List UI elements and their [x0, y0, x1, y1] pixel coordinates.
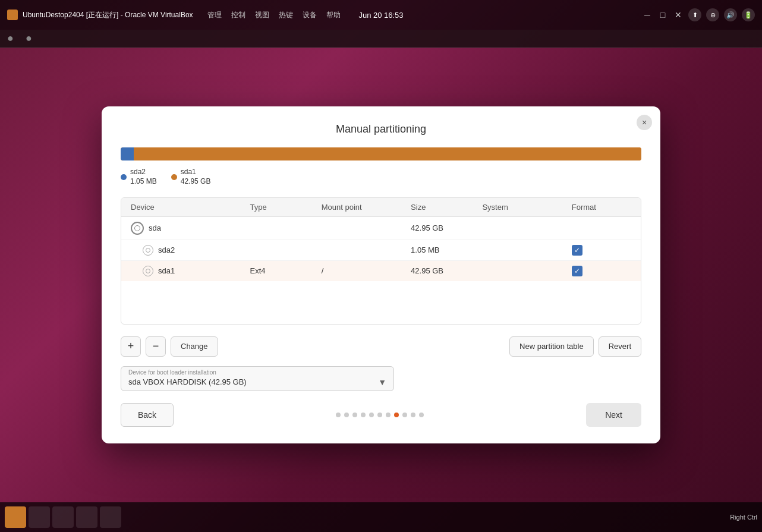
tray-icon-2: ⊕ [706, 8, 719, 21]
remove-button[interactable]: − [146, 336, 166, 357]
header-type: Type [250, 203, 321, 212]
page-dot-1 [336, 413, 341, 417]
taskbar-bottom: Right Ctrl [0, 502, 762, 532]
disk-labels: sda2 1.05 MB sda1 42.95 GB [121, 168, 641, 186]
table-body: sda 42.95 GB sda2 [121, 217, 641, 324]
dot-sda1 [171, 174, 177, 180]
device-cell-sda: sda [131, 222, 250, 235]
header-mount: Mount point [322, 203, 411, 212]
partition-bar [121, 147, 641, 160]
chevron-down-icon: ▼ [378, 377, 386, 387]
next-button[interactable]: Next [586, 403, 641, 427]
new-partition-table-button[interactable]: New partition table [509, 336, 594, 357]
menu-view[interactable]: 视图 [255, 10, 269, 20]
bottom-app-icon-3 [52, 506, 74, 528]
menu-help[interactable]: 帮助 [326, 10, 341, 20]
header-format: Format [572, 203, 631, 212]
format-checkbox-sda1[interactable]: ✓ [572, 266, 582, 276]
menu-dot: ● [7, 32, 14, 45]
header-size: Size [411, 203, 482, 212]
device-cell-sda1: sda1 [131, 266, 250, 276]
app-menu-bar: ● ● [0, 30, 762, 48]
menu-device[interactable]: 设备 [303, 10, 317, 20]
format-checkbox-sda2[interactable]: ✓ [572, 245, 582, 256]
header-device: Device [131, 203, 250, 212]
dialog-close-button[interactable]: × [637, 115, 652, 130]
taskbar-menu: 管理 控制 视图 热键 设备 帮助 [207, 10, 341, 20]
bottom-right-icons: Right Ctrl [730, 514, 757, 521]
sda2-size: 1.05 MB [130, 177, 157, 187]
sda1-name: sda1 [181, 168, 211, 177]
table-row[interactable]: sda2 1.05 MB ✓ [121, 240, 641, 261]
change-button[interactable]: Change [171, 336, 218, 357]
page-dot-4 [361, 413, 366, 417]
disk-icon-sda2 [143, 245, 153, 256]
clock: Jun 20 16:53 [358, 11, 403, 20]
add-button[interactable]: + [121, 336, 141, 357]
table-header: Device Type Mount point Size System Form… [121, 198, 641, 217]
disk-label-sda1: sda1 42.95 GB [171, 168, 211, 186]
page-dot-8 [394, 413, 399, 417]
bootloader-value: sda VBOX HARDDISK (42.95 GB) [128, 377, 247, 386]
header-system: System [482, 203, 571, 212]
partition-table: Device Type Mount point Size System Form… [121, 197, 641, 325]
tray-icon-4: 🔋 [742, 8, 755, 21]
disk-label-sda2: sda2 1.05 MB [121, 168, 157, 186]
disk-icon-sda [131, 222, 144, 235]
device-name-sda1: sda1 [158, 266, 175, 275]
bottom-app-icon-4 [76, 506, 97, 528]
dialog: × Manual partitioning sda2 1.05 MB sda1 … [102, 106, 660, 443]
minimize-button[interactable]: ─ [642, 10, 653, 20]
taskbar-right-icons: ─ □ ✕ ⬆ ⊕ 🔊 🔋 [642, 8, 755, 21]
format-sda2: ✓ [572, 245, 631, 256]
app-icon [7, 10, 18, 20]
pagination [336, 413, 424, 417]
menu-manage[interactable]: 管理 [207, 10, 222, 20]
dialog-title: Manual partitioning [121, 123, 641, 136]
table-row[interactable]: sda1 Ext4 / 42.95 GB ✓ [121, 261, 641, 281]
tray-icon-1: ⬆ [688, 8, 701, 21]
dot-sda2 [121, 174, 127, 180]
revert-button[interactable]: Revert [599, 336, 641, 357]
page-dot-10 [411, 413, 415, 417]
bottom-app-icon-5 [100, 506, 121, 528]
bottom-tray-text: Right Ctrl [730, 514, 757, 521]
tray-icon-3: 🔊 [724, 8, 737, 21]
page-dot-3 [352, 413, 357, 417]
device-name-sda: sda [149, 223, 161, 232]
page-dot-5 [369, 413, 374, 417]
back-button[interactable]: Back [121, 403, 174, 427]
device-name-sda2: sda2 [158, 245, 175, 254]
maximize-button[interactable]: □ [657, 10, 668, 20]
bootloader-select-wrapper[interactable]: Device for boot loader installation sda … [121, 366, 394, 391]
menu-control[interactable]: 控制 [231, 10, 245, 20]
size-sda: 42.95 GB [411, 223, 482, 232]
page-dot-9 [402, 413, 407, 417]
sda2-name: sda2 [130, 168, 157, 177]
taskbar-top: UbuntuDestop2404 [正在运行] - Oracle VM Virt… [0, 0, 762, 30]
menu-dot2: ● [26, 32, 32, 45]
close-button[interactable]: ✕ [673, 10, 684, 20]
bottom-toolbar: + − Change New partition table Revert [121, 336, 641, 357]
bottom-app-icon-2 [29, 506, 50, 528]
size-sda1: 42.95 GB [411, 266, 482, 275]
page-dot-7 [386, 413, 391, 417]
page-dot-11 [419, 413, 424, 417]
bottom-app-icon-1 [5, 506, 26, 528]
nav-buttons: Back Next [121, 403, 641, 427]
page-dot-2 [344, 413, 349, 417]
table-row[interactable]: sda 42.95 GB [121, 217, 641, 240]
window-title: UbuntuDestop2404 [正在运行] - Oracle VM Virt… [23, 10, 193, 20]
partition-bar-sda1 [134, 147, 641, 160]
type-sda1: Ext4 [250, 266, 321, 275]
device-cell-sda2: sda2 [131, 245, 250, 256]
format-sda1: ✓ [572, 266, 631, 276]
bootloader-label: Device for boot loader installation [128, 369, 216, 376]
size-sda2: 1.05 MB [411, 245, 482, 254]
main-area: × Manual partitioning sda2 1.05 MB sda1 … [0, 48, 762, 502]
disk-icon-sda1 [143, 266, 153, 276]
partition-bar-sda2 [121, 147, 134, 160]
menu-hotkey[interactable]: 热键 [279, 10, 293, 20]
sda1-size: 42.95 GB [181, 177, 211, 187]
page-dot-6 [377, 413, 382, 417]
